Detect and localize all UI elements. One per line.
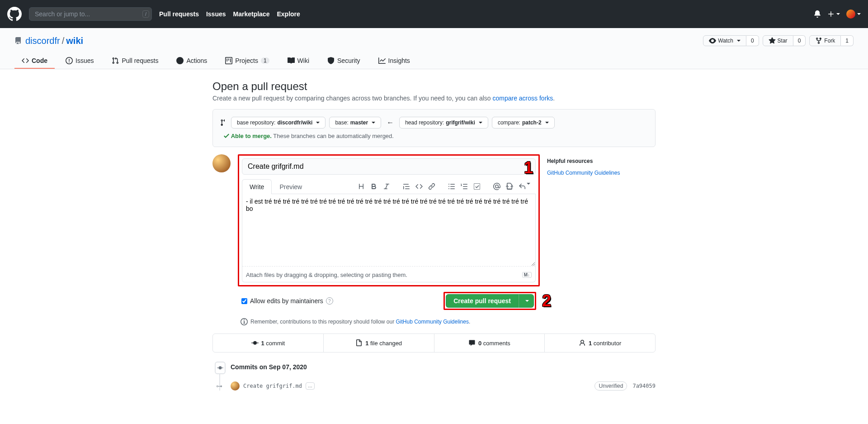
help-icon[interactable]: ? — [326, 297, 333, 305]
contribution-note: Remember, contributions to this reposito… — [241, 318, 540, 325]
search-input[interactable] — [29, 7, 152, 21]
attach-hint[interactable]: Attach files by dragging & dropping, sel… — [246, 272, 407, 278]
toolbar-italic-icon[interactable] — [381, 181, 392, 192]
nav-pull-requests[interactable]: Pull requests — [159, 10, 199, 18]
repo-icon — [14, 37, 22, 44]
head-repo-select[interactable]: head repository: grifgrif/wiki — [399, 117, 488, 129]
commit-dot-icon: ⊶ — [217, 384, 222, 388]
repo-header: discordfr / wiki Watch 0 Star 0 — [0, 28, 868, 69]
diffstat-contributors[interactable]: 1 contributor — [544, 334, 655, 352]
tab-issues[interactable]: Issues — [58, 53, 101, 69]
allow-edits-row[interactable]: Allow edits by maintainers ? — [241, 297, 333, 305]
add-menu[interactable] — [827, 10, 840, 18]
annotation-number-2: 2 — [542, 291, 551, 310]
star-label: Star — [778, 38, 788, 44]
toolbar-quote-icon[interactable] — [401, 181, 412, 192]
user-avatar[interactable] — [212, 154, 231, 172]
tab-actions[interactable]: Actions — [169, 53, 214, 69]
fork-button[interactable]: Fork — [809, 35, 841, 46]
diffstat-comments[interactable]: 0 comments — [434, 334, 545, 352]
compare-branch-select[interactable]: compare: patch-2 — [492, 117, 555, 129]
toolbar-code-icon[interactable] — [414, 181, 425, 192]
info-icon — [241, 318, 248, 325]
caret-down-icon — [737, 40, 741, 42]
unverified-badge[interactable]: Unverified — [594, 381, 627, 391]
base-branch-select[interactable]: base: master — [329, 117, 381, 129]
arrow-left-icon: ← — [387, 119, 394, 127]
diffstat-commits[interactable]: 1 commit — [213, 334, 323, 352]
caret-down-icon — [836, 13, 840, 15]
caret-down-icon — [316, 122, 320, 124]
markdown-badge[interactable]: M↓ — [522, 272, 532, 278]
user-menu[interactable] — [846, 10, 861, 19]
sidebar-guidelines-link[interactable]: GitHub Community Guidelines — [547, 170, 620, 176]
discussion: 1 Write Preview — [212, 154, 656, 325]
commit-menu-button[interactable]: … — [306, 382, 315, 390]
notifications-icon[interactable] — [814, 10, 821, 18]
star-icon — [769, 37, 776, 44]
header-nav: Pull requests Issues Marketplace Explore — [159, 10, 300, 18]
toolbar-task-icon[interactable] — [472, 181, 482, 192]
file-icon — [355, 339, 363, 347]
toolbar-ul-icon[interactable] — [446, 181, 457, 192]
star-button[interactable]: Star — [763, 35, 793, 46]
allow-edits-checkbox[interactable] — [241, 298, 247, 304]
toolbar-link-icon[interactable] — [426, 181, 437, 192]
global-header: / Pull requests Issues Marketplace Explo… — [0, 0, 868, 28]
tab-projects[interactable]: Projects1 — [218, 53, 276, 69]
fork-label: Fork — [824, 38, 835, 44]
eye-icon — [709, 37, 716, 44]
guidelines-link[interactable]: GitHub Community Guidelines — [396, 319, 469, 325]
search-hotkey: / — [142, 10, 149, 18]
tab-code[interactable]: Code — [14, 53, 55, 69]
tab-security[interactable]: Security — [320, 53, 368, 69]
watch-count[interactable]: 0 — [746, 35, 759, 46]
toolbar-reply-icon[interactable] — [517, 181, 532, 192]
star-count[interactable]: 0 — [793, 35, 806, 46]
commit-sha[interactable]: 7a94059 — [632, 383, 656, 389]
markdown-toolbar — [349, 181, 536, 192]
compare-box: base repository: discordfr/wiki base: ma… — [212, 109, 656, 147]
watch-button[interactable]: Watch — [703, 35, 746, 46]
tab-pull-requests[interactable]: Pull requests — [104, 53, 165, 69]
toolbar-mention-icon[interactable] — [491, 181, 502, 192]
merge-status: Able to merge. These branches can be aut… — [224, 132, 394, 139]
annotation-box-1: 1 Write Preview — [238, 154, 540, 286]
nav-explore[interactable]: Explore — [277, 10, 300, 18]
main-content: Open a pull request Create a new pull re… — [205, 80, 663, 391]
repo-name-link[interactable]: wiki — [66, 36, 83, 46]
nav-issues[interactable]: Issues — [206, 10, 226, 18]
toolbar-heading-icon[interactable] — [356, 181, 367, 192]
compare-forks-link[interactable]: compare across forks — [492, 95, 553, 102]
toolbar-reference-icon[interactable] — [504, 181, 515, 192]
timeline-date: Commits on Sep 07, 2020 — [231, 362, 656, 371]
base-repo-select[interactable]: base repository: discordfr/wiki — [231, 117, 326, 129]
header-right — [814, 10, 861, 19]
toolbar-bold-icon[interactable] — [368, 181, 379, 192]
tab-write[interactable]: Write — [242, 179, 272, 194]
tab-preview[interactable]: Preview — [272, 179, 310, 194]
commit-title[interactable]: Create grifgrif.md — [243, 383, 302, 389]
caret-down-icon — [525, 300, 529, 302]
commit-avatar[interactable] — [231, 381, 240, 391]
fork-count[interactable]: 1 — [841, 35, 854, 46]
projects-count: 1 — [261, 57, 269, 64]
pr-title-input[interactable] — [242, 158, 536, 175]
create-pr-dropdown[interactable] — [519, 294, 534, 308]
sidebar: Helpful resources GitHub Community Guide… — [547, 154, 656, 325]
page-title: Open a pull request — [212, 80, 656, 93]
tab-wiki[interactable]: Wiki — [280, 53, 316, 69]
diffstat-files[interactable]: 1 file changed — [323, 334, 434, 352]
diffstat: 1 commit 1 file changed 0 comments 1 con… — [212, 333, 656, 353]
nav-marketplace[interactable]: Marketplace — [233, 10, 270, 18]
repo-owner-link[interactable]: discordfr — [25, 36, 60, 46]
toolbar-ol-icon[interactable] — [459, 181, 470, 192]
create-pr-button[interactable]: Create pull request — [446, 294, 519, 308]
github-logo[interactable] — [7, 7, 22, 21]
comment-icon — [468, 339, 476, 347]
pr-body-textarea[interactable]: - il est tré tré tré tré tré tré tré tré… — [242, 194, 535, 267]
tab-insights[interactable]: Insights — [371, 53, 417, 69]
compare-icon — [220, 119, 227, 126]
annotation-box-2: 2 Create pull request — [443, 292, 536, 310]
timeline-commit: ⊶ Create grifgrif.md … Unverified 7a9405… — [231, 381, 656, 391]
